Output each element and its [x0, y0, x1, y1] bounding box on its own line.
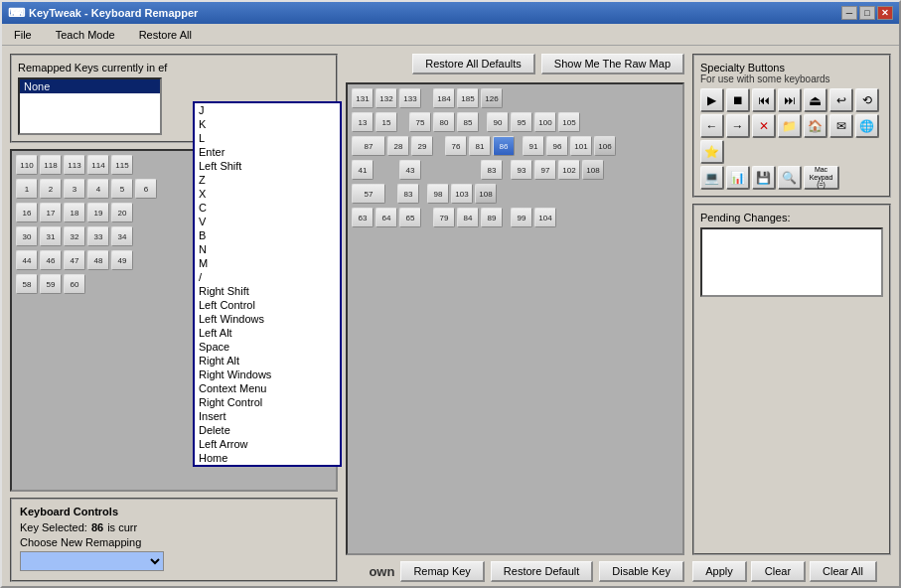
key-32[interactable]: 32 — [64, 226, 85, 246]
specialty-icon-pc[interactable]: 💻 — [700, 166, 724, 190]
key-6[interactable]: 6 — [135, 179, 157, 199]
dropdown-item-c[interactable]: C — [195, 201, 340, 215]
dropdown-item-b[interactable]: B — [195, 228, 340, 242]
key-105[interactable]: 105 — [558, 112, 580, 132]
key-110[interactable]: 110 — [16, 155, 38, 175]
specialty-icon-eject[interactable]: ⏏ — [804, 88, 827, 112]
key-118[interactable]: 118 — [40, 155, 62, 175]
dropdown-item-enter[interactable]: Enter — [195, 145, 340, 159]
key-185[interactable]: 185 — [457, 88, 479, 108]
specialty-icon-back[interactable]: ↩ — [829, 88, 853, 112]
key-58[interactable]: 58 — [16, 274, 38, 294]
key-114[interactable]: 114 — [87, 155, 109, 175]
key-31[interactable]: 31 — [40, 226, 62, 246]
key-106[interactable]: 106 — [594, 136, 616, 156]
key-87[interactable]: 87 — [352, 136, 385, 156]
key-28[interactable]: 28 — [387, 136, 409, 156]
dropdown-item-j[interactable]: J — [195, 103, 340, 117]
key-86[interactable]: 86 — [493, 136, 515, 156]
key-13[interactable]: 13 — [352, 112, 374, 132]
dropdown-item-l[interactable]: L — [195, 131, 340, 145]
clear-all-button[interactable]: Clear All — [810, 561, 877, 582]
key-84[interactable]: 84 — [457, 208, 479, 227]
key-103[interactable]: 103 — [451, 184, 473, 204]
key-59[interactable]: 59 — [40, 274, 62, 294]
key-34[interactable]: 34 — [111, 226, 133, 246]
minimize-button[interactable]: ─ — [841, 6, 857, 20]
key-76[interactable]: 76 — [445, 136, 467, 156]
key-90[interactable]: 90 — [487, 112, 509, 132]
key-89[interactable]: 89 — [481, 208, 503, 227]
specialty-icon-save[interactable]: 💾 — [752, 166, 776, 190]
key-80[interactable]: 80 — [433, 112, 455, 132]
specialty-icon-right[interactable]: → — [726, 114, 750, 138]
key-5[interactable]: 5 — [111, 179, 133, 199]
key-15[interactable]: 15 — [375, 112, 397, 132]
key-30[interactable]: 30 — [16, 226, 38, 246]
key-131[interactable]: 131 — [352, 88, 374, 108]
remapped-keys-listbox[interactable]: None — [18, 77, 162, 135]
key-18[interactable]: 18 — [64, 203, 85, 222]
key-20[interactable]: 20 — [111, 203, 133, 222]
key-81[interactable]: 81 — [469, 136, 491, 156]
restore-all-defaults-button[interactable]: Restore All Defaults — [412, 54, 535, 74]
dropdown-item-delete[interactable]: Delete — [195, 423, 340, 437]
key-108[interactable]: 108 — [582, 160, 604, 180]
specialty-icon-stop[interactable]: ⏹ — [726, 88, 750, 112]
key-98[interactable]: 98 — [427, 184, 449, 204]
dropdown-item-home[interactable]: Home — [195, 451, 340, 465]
dropdown-item-n[interactable]: N — [195, 242, 340, 256]
dropdown-list[interactable]: J K L Enter Left Shift Z X C V B N M / R… — [195, 103, 340, 465]
key-19[interactable]: 19 — [87, 203, 109, 222]
specialty-icon-folder[interactable]: 📁 — [778, 114, 802, 138]
key-99[interactable]: 99 — [511, 208, 532, 227]
dropdown-item-left-arrow[interactable]: Left Arrow — [195, 437, 340, 451]
key-44[interactable]: 44 — [16, 250, 38, 270]
dropdown-item-space[interactable]: Space — [195, 340, 340, 354]
dropdown-item-k[interactable]: K — [195, 117, 340, 131]
remap-key-button[interactable]: Remap Key — [400, 561, 484, 582]
key-133[interactable]: 133 — [399, 88, 421, 108]
specialty-icon-refresh[interactable]: ⟲ — [855, 88, 879, 112]
specialty-icon-play[interactable]: ▶ — [700, 88, 724, 112]
specialty-icon-mail[interactable]: ✉ — [829, 114, 853, 138]
specialty-icon-left[interactable]: ← — [700, 114, 724, 138]
key-97[interactable]: 97 — [534, 160, 556, 180]
key-43[interactable]: 43 — [399, 160, 421, 180]
key-17[interactable]: 17 — [40, 203, 62, 222]
dropdown-item-right-windows[interactable]: Right Windows — [195, 368, 340, 381]
specialty-icon-fav[interactable]: ⭐ — [700, 140, 724, 164]
key-95[interactable]: 95 — [511, 112, 532, 132]
close-button[interactable]: ✕ — [877, 6, 893, 20]
key-47[interactable]: 47 — [64, 250, 85, 270]
show-raw-map-button[interactable]: Show Me The Raw Map — [541, 54, 684, 74]
key-91[interactable]: 91 — [523, 136, 544, 156]
key-33[interactable]: 33 — [87, 226, 109, 246]
key-65[interactable]: 65 — [399, 208, 421, 227]
key-184[interactable]: 184 — [433, 88, 455, 108]
specialty-icon-home[interactable]: 🏠 — [804, 114, 827, 138]
key-126[interactable]: 126 — [481, 88, 503, 108]
key-102[interactable]: 102 — [558, 160, 580, 180]
menu-restore-all[interactable]: Restore All — [131, 27, 200, 43]
key-49[interactable]: 49 — [111, 250, 133, 270]
dropdown-item-v[interactable]: V — [195, 215, 340, 228]
dropdown-item-insert[interactable]: Insert — [195, 409, 340, 423]
key-41[interactable]: 41 — [352, 160, 374, 180]
dropdown-item-right-alt[interactable]: Right Alt — [195, 354, 340, 368]
key-113[interactable]: 113 — [64, 155, 85, 175]
dropdown-item-m[interactable]: M — [195, 256, 340, 270]
apply-button[interactable]: Apply — [692, 561, 747, 582]
key-101[interactable]: 101 — [570, 136, 592, 156]
dropdown-item-left-alt[interactable]: Left Alt — [195, 326, 340, 340]
key-85[interactable]: 85 — [457, 112, 479, 132]
key-75[interactable]: 75 — [409, 112, 431, 132]
key-63[interactable]: 63 — [352, 208, 374, 227]
specialty-icon-close[interactable]: ✕ — [752, 114, 776, 138]
key-132[interactable]: 132 — [375, 88, 397, 108]
specialty-icon-mac-keypad[interactable]: MacKeypad (=) — [804, 166, 839, 190]
key-60[interactable]: 60 — [64, 274, 85, 294]
clear-button[interactable]: Clear — [751, 561, 806, 582]
key-48[interactable]: 48 — [87, 250, 109, 270]
key-83[interactable]: 83 — [481, 160, 503, 180]
